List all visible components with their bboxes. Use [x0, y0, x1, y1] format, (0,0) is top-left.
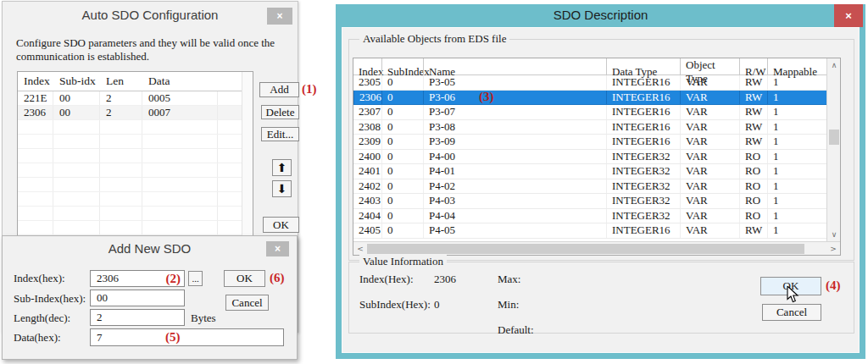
empty-table-row	[18, 120, 253, 135]
table-row[interactable]: 23050P3-05INTEGER16VARRW1	[353, 75, 826, 91]
table-row[interactable]: 23060P3-06(3)INTEGER16VARRW1	[353, 91, 826, 106]
table-cell: 2405	[353, 223, 381, 238]
edit-button[interactable]: Edit...	[261, 127, 299, 141]
dialog-title: Add New SDO	[3, 241, 297, 256]
table-row[interactable]: 24010P4-01INTEGER32VARRO1	[353, 164, 826, 179]
scroll-right-icon[interactable]: >	[828, 242, 838, 255]
empty-cell	[100, 163, 142, 177]
subindex-hex-value: 0	[434, 298, 440, 312]
table-cell: VAR	[680, 120, 739, 135]
table-cell: RO	[739, 164, 767, 179]
table-cell: RW	[739, 120, 767, 135]
table-row[interactable]: 221E0020005	[18, 91, 253, 106]
subindex-hex-label: SubIndex(Hex):	[359, 298, 431, 312]
table-row[interactable]: 23090P3-09INTEGER16VARRW1	[353, 135, 826, 150]
table-cell: 2306	[18, 106, 53, 119]
table-cell: VAR	[680, 194, 739, 208]
horizontal-scroll-thumb[interactable]	[367, 244, 804, 254]
sub-index-hex-label: Sub-Index(hex):	[14, 292, 86, 306]
length-dec-value: 2	[97, 311, 103, 324]
add-button[interactable]: Add	[259, 82, 299, 97]
eds-objects-table: IndexSubIndexNameData TypeObject TypeR/W…	[353, 58, 841, 256]
table-cell: P3-05	[423, 75, 606, 90]
empty-cell	[53, 163, 100, 177]
empty-cell	[18, 221, 53, 234]
table-cell: 2308	[353, 120, 381, 135]
table-row[interactable]: 23080P3-08INTEGER16VARRW1	[353, 120, 826, 135]
close-icon[interactable]: ×	[834, 4, 863, 27]
table-cell: RO	[739, 194, 767, 208]
add-new-sdo-dialog: Add New SDO × Index(hex): 2306 (2) ... O…	[2, 235, 298, 360]
table-cell: INTEGER16	[606, 91, 680, 105]
arrow-up-icon: ⬆	[277, 161, 287, 174]
empty-cell	[100, 207, 142, 220]
table-row[interactable]: 24030P4-03INTEGER32VARRO1	[353, 194, 826, 209]
table-row[interactable]: 24020P4-02INTEGER32VARRO1	[353, 179, 826, 195]
table-row[interactable]: 24000P4-00INTEGER32VARRO1	[353, 150, 826, 165]
table-cell: 0	[381, 164, 423, 179]
table-row[interactable]: 24050P4-05INTEGER16VARRW1	[353, 223, 826, 239]
dialog-title: SDO Description	[336, 8, 865, 22]
sub-index-hex-value: 00	[97, 291, 108, 305]
table-cell: 2401	[353, 164, 381, 179]
move-down-button[interactable]: ⬇	[272, 180, 292, 197]
table-vertical-scrollbar[interactable]	[242, 72, 253, 239]
table-row[interactable]: 24040P4-04INTEGER32VARRO1	[353, 209, 826, 224]
cancel-button[interactable]: Cancel	[225, 295, 269, 311]
value-information-label: Value Information	[359, 255, 447, 268]
table-cell: P3-08	[423, 120, 606, 135]
empty-cell	[142, 149, 218, 163]
empty-cell	[53, 192, 100, 206]
close-icon[interactable]: ×	[267, 8, 292, 25]
table-cell: 2309	[353, 135, 381, 149]
table-horizontal-scrollbar[interactable]: < >	[353, 241, 840, 255]
vertical-scroll-thumb[interactable]	[829, 130, 839, 145]
close-icon[interactable]: ×	[266, 241, 289, 256]
table-cell: 0	[381, 75, 423, 90]
move-up-button[interactable]: ⬆	[272, 159, 292, 176]
empty-table-row	[18, 192, 253, 207]
table-cell: RW	[739, 135, 767, 149]
table-cell: 2	[100, 91, 142, 105]
scroll-up-icon[interactable]: ∧	[827, 60, 841, 70]
table-cell: INTEGER32	[606, 194, 680, 208]
index-hex-input[interactable]: 2306 (2)	[90, 270, 185, 287]
table-cell: 1	[767, 164, 826, 179]
scroll-down-icon[interactable]: ∨	[827, 229, 841, 240]
empty-cell	[53, 221, 100, 234]
delete-button[interactable]: Delete	[261, 105, 299, 119]
empty-cell	[142, 178, 218, 191]
sub-index-hex-input[interactable]: 00	[90, 290, 185, 306]
table-cell: RO	[739, 150, 767, 164]
data-hex-input[interactable]: 7 (5)	[90, 328, 284, 346]
empty-cell	[53, 178, 100, 191]
table-cell: 2403	[353, 194, 381, 208]
table-row[interactable]: 23060020007	[18, 106, 253, 120]
table-cell: 0	[381, 120, 423, 135]
table-cell: 1	[767, 209, 826, 223]
table-cell: 0	[381, 105, 423, 119]
table-cell: 2	[100, 106, 142, 119]
empty-cell	[18, 178, 53, 191]
table-cell: 0007	[142, 106, 218, 119]
table-cell: 0	[381, 209, 423, 223]
ok-button[interactable]: OK	[224, 270, 265, 287]
index-hex-label: Index(hex):	[14, 272, 65, 285]
browse-button[interactable]: ...	[188, 271, 203, 286]
table-vertical-scrollbar[interactable]: ∧ ∨	[826, 58, 840, 241]
annotation-5: (5)	[165, 330, 181, 345]
scroll-left-icon[interactable]: <	[355, 242, 365, 255]
table-cell: 0	[381, 179, 423, 194]
mouse-cursor-icon	[787, 286, 799, 307]
length-dec-input[interactable]: 2	[90, 309, 185, 326]
table-cell: 0	[381, 194, 423, 208]
annotation-2: (2)	[166, 272, 181, 286]
table-cell: P4-01	[423, 164, 606, 179]
table-cell: 1	[767, 223, 826, 238]
data-hex-value: 7	[97, 331, 103, 345]
table-cell: P4-02	[423, 179, 606, 194]
table-row[interactable]: 23070P3-07INTEGER16VARRW1	[353, 105, 826, 120]
table-cell: 0	[381, 135, 423, 149]
available-objects-group: Available Objects from EDS file IndexSub…	[348, 39, 854, 261]
ok-button[interactable]: OK	[263, 217, 299, 233]
